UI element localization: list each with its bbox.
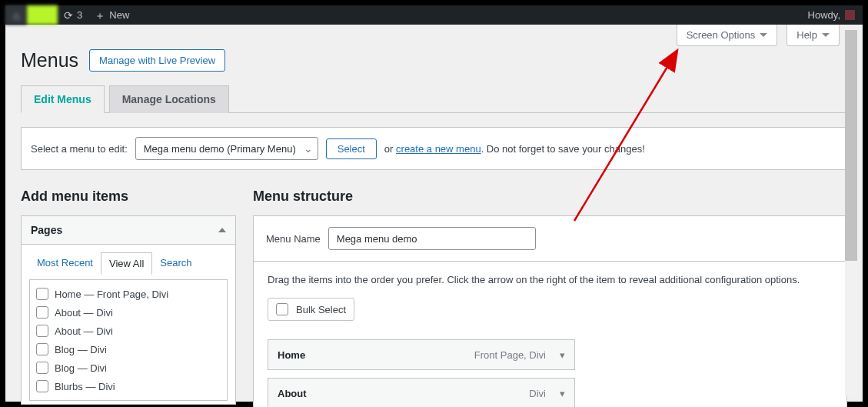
- subtab-search[interactable]: Search: [152, 252, 199, 275]
- bulk-select-checkbox[interactable]: [276, 303, 288, 315]
- chevron-down-icon: ⌄: [304, 142, 313, 155]
- selector-label: Select a menu to edit:: [31, 143, 128, 155]
- page-list-item: Blog — Divi: [36, 340, 221, 359]
- page-item-label: About — Divi: [55, 307, 113, 319]
- page-item-checkbox[interactable]: [36, 288, 48, 300]
- pages-accordion-title: Pages: [31, 224, 62, 236]
- adminbar-new[interactable]: ＋ New: [88, 5, 135, 25]
- tab-manage-locations[interactable]: Manage Locations: [109, 85, 229, 113]
- menu-item-type: Divi: [529, 388, 546, 399]
- menu-instructions: Drag the items into the order you prefer…: [268, 274, 833, 285]
- menu-structure-heading: Menu structure: [253, 188, 847, 205]
- bulk-select[interactable]: Bulk Select: [268, 298, 354, 321]
- page-item-checkbox[interactable]: [36, 306, 48, 319]
- help-label: Help: [796, 29, 817, 41]
- chevron-up-icon: [218, 228, 226, 232]
- page-list-item: About — Divi: [36, 322, 221, 340]
- page-list-item: Blurbs — Divi: [36, 377, 221, 395]
- adminbar-account[interactable]: Howdy,: [808, 9, 858, 21]
- add-items-heading: Add menu items: [21, 188, 236, 205]
- adminbar-site-name[interactable]: [27, 5, 58, 25]
- menu-item-type: Front Page, Divi: [474, 349, 546, 361]
- help-button[interactable]: Help: [787, 25, 840, 46]
- subtab-most-recent[interactable]: Most Recent: [29, 252, 101, 275]
- page-title: Menus: [21, 49, 78, 72]
- chevron-down-icon[interactable]: ▾: [560, 388, 565, 399]
- adminbar-wp-logo[interactable]: ⌂: [5, 5, 27, 25]
- page-item-checkbox[interactable]: [36, 325, 48, 337]
- page-item-label: Blog — Divi: [55, 344, 107, 355]
- pages-list: Home — Front Page, DiviAbout — DiviAbout…: [29, 279, 228, 401]
- page-item-checkbox[interactable]: [36, 343, 48, 355]
- menu-name-label: Menu Name: [266, 233, 321, 245]
- screen-options-label: Screen Options: [687, 29, 756, 41]
- menu-name-input[interactable]: [328, 227, 536, 250]
- howdy-text: Howdy,: [808, 9, 840, 21]
- page-list-item: Blog — Divi: [36, 359, 221, 377]
- pages-accordion: Pages Most Recent View All Search Home —…: [21, 215, 236, 405]
- tab-edit-menus[interactable]: Edit Menus: [21, 85, 105, 113]
- pages-accordion-header[interactable]: Pages: [22, 216, 235, 245]
- menu-select[interactable]: Mega menu demo (Primary Menu) ⌄: [135, 137, 318, 160]
- adminbar-updates-count: 3: [77, 9, 82, 21]
- select-button[interactable]: Select: [326, 138, 377, 159]
- menu-edit-panel: Menu Name Drag the items into the order …: [253, 215, 847, 407]
- bulk-select-label: Bulk Select: [296, 304, 346, 315]
- plus-icon: ＋: [95, 10, 105, 21]
- screen-options-button[interactable]: Screen Options: [677, 25, 778, 46]
- menu-select-value: Mega menu demo (Primary Menu): [144, 143, 296, 155]
- chevron-down-icon: [760, 33, 767, 37]
- menu-item[interactable]: HomeFront Page, Divi▾: [268, 339, 575, 370]
- chevron-down-icon[interactable]: ▾: [560, 349, 565, 361]
- page-item-checkbox[interactable]: [36, 380, 48, 392]
- nav-tabs: Edit Menus Manage Locations: [21, 85, 847, 113]
- create-menu-link[interactable]: create a new menu: [396, 143, 481, 155]
- menu-selector-row: Select a menu to edit: Mega menu demo (P…: [21, 127, 847, 170]
- page-item-label: About — Divi: [55, 325, 113, 337]
- menu-item[interactable]: AboutDivi▾: [268, 378, 575, 407]
- menu-item-title: About: [278, 388, 307, 399]
- refresh-icon: ⟳: [64, 10, 73, 21]
- page-list-item: About — Divi: [36, 303, 221, 322]
- page-item-label: Blog — Divi: [55, 362, 107, 374]
- chevron-down-icon: [822, 33, 830, 37]
- page-list-item: Home — Front Page, Divi: [36, 285, 221, 303]
- page-item-label: Blurbs — Divi: [55, 381, 115, 392]
- avatar-icon: [845, 10, 855, 20]
- adminbar-new-label: New: [109, 9, 129, 21]
- scrollbar[interactable]: [845, 30, 857, 396]
- adminbar-updates[interactable]: ⟳ 3: [58, 5, 88, 25]
- page-item-label: Home — Front Page, Divi: [55, 289, 168, 300]
- live-preview-button[interactable]: Manage with Live Preview: [89, 49, 225, 72]
- page-item-checkbox[interactable]: [36, 362, 48, 374]
- selector-reminder: . Do not forget to save your changes!: [481, 143, 645, 155]
- admin-bar: ⌂ ⟳ 3 ＋ New Howdy,: [5, 5, 863, 25]
- subtab-view-all[interactable]: View All: [101, 252, 152, 275]
- selector-or: or: [384, 143, 394, 155]
- menu-item-title: Home: [278, 349, 305, 361]
